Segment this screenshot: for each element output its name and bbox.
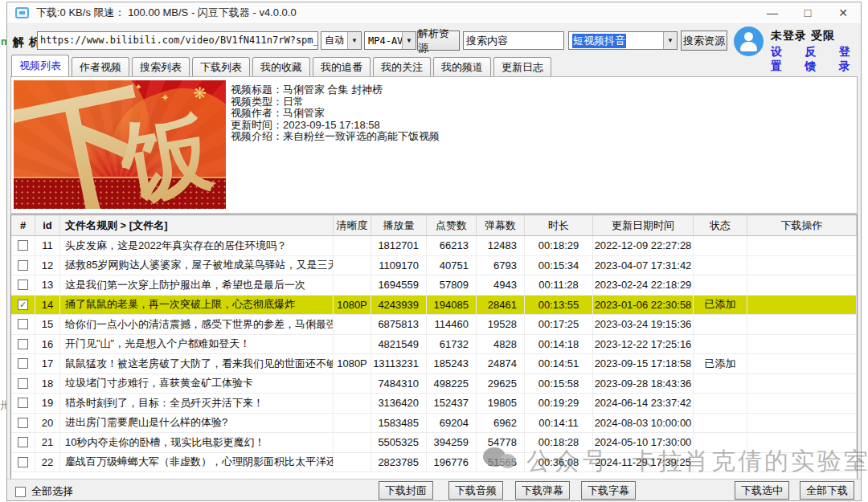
table-row[interactable]: 16开门见"山"，光是想入个户都难如登天！482154961732482800:…	[11, 335, 857, 355]
column-header-plays[interactable]: 播放量	[371, 215, 427, 235]
user-avatar[interactable]	[734, 27, 764, 56]
row-checkbox[interactable]	[18, 457, 28, 467]
maximize-button[interactable]: □	[790, 2, 825, 23]
tab-item[interactable]: 我的追番	[313, 57, 371, 76]
table-row[interactable]: 17鼠鼠猛攻！被这老房破了大防了，看来我们见的世面还不够!1080P131132…	[11, 354, 857, 374]
column-header-id[interactable]: id	[35, 215, 60, 235]
cell-name: 10秒内夺走你的卧槽，现实比电影更魔幻！	[60, 433, 334, 452]
table-row[interactable]: 13这是我们第一次穿上防护服出单，希望也是最后一次169455957809494…	[11, 275, 857, 296]
table-row[interactable]: 20进出房门需要爬山是什么样的体验?158348569204696200:14:…	[11, 414, 857, 434]
cell-danmaku: 6793	[477, 256, 525, 275]
tab-item[interactable]: 下载列表	[192, 57, 250, 76]
search-input[interactable]: 搜索内容	[463, 31, 564, 50]
cell-name: 给你们一点小小的清洁震撼，感受下世界的参差，马俐最强-	[60, 315, 334, 334]
login-links: 设置 反馈 登录	[771, 45, 861, 74]
settings-link[interactable]: 设置	[771, 45, 792, 74]
table-row[interactable]: 15给你们一点小小的清洁震撼，感受下世界的参差，马俐最强-68758131144…	[11, 315, 857, 335]
row-checkbox[interactable]	[18, 418, 28, 428]
cell-plays: 13113231	[371, 354, 427, 373]
cell-id: 20	[35, 414, 60, 433]
cell-updated: 2024-11-29 17:39:25	[593, 453, 694, 472]
cell-name: 拯救85岁网购达人婆婆家，屋子被堆成菜鸟驿站，又是三天	[60, 256, 334, 275]
row-checkbox[interactable]	[18, 260, 28, 271]
tab-item[interactable]: 作者视频	[72, 57, 129, 76]
row-checkbox-cell	[11, 414, 35, 433]
row-checkbox[interactable]	[18, 358, 28, 369]
tab-item[interactable]: 视频列表	[11, 55, 69, 76]
window-controls: — □ ✕	[755, 2, 861, 23]
table-row[interactable]: 18垃圾堵门寸步难行，喜获黄金矿工体验卡74843104982252962500…	[11, 374, 857, 394]
source-select[interactable]: 短视频抖音 ▼	[568, 31, 678, 50]
cell-status	[694, 453, 747, 472]
cell-duration: 00:11:28	[525, 275, 593, 295]
row-checkbox[interactable]	[18, 280, 28, 290]
tab-item[interactable]: 我的收藏	[252, 57, 310, 76]
download-danmaku-button[interactable]: 下载弹幕	[515, 481, 570, 500]
row-checkbox[interactable]	[18, 240, 28, 251]
cell-name: 头皮发麻，这是2022年真实存在的居住环境吗？	[60, 236, 334, 255]
format-select[interactable]: MP4-AVC ▼	[364, 31, 416, 50]
column-header-name[interactable]: 文件名规则 > [文件名]	[60, 215, 334, 235]
download-audio-button[interactable]: 下载音频	[448, 481, 503, 500]
column-header-duration[interactable]: 时长	[525, 215, 593, 235]
row-checkbox[interactable]: ✓	[18, 300, 28, 310]
cell-status	[694, 394, 747, 413]
column-header-danmaku[interactable]: 弹幕数	[477, 215, 525, 235]
table-row[interactable]: 2110秒内夺走你的卧槽，现实比电影更魔幻！550532539425954778…	[11, 433, 857, 453]
column-header-status[interactable]: 状态	[694, 215, 747, 235]
download-all-button[interactable]: 全部下载	[800, 481, 854, 500]
tab-item[interactable]: 我的关注	[373, 57, 431, 76]
cell-duration: 00:13:55	[525, 296, 593, 315]
table-row[interactable]: 22鏖战百万级蟑螂大军（非虚数），心理阴影面积比太平洋还:28237851967…	[11, 453, 857, 473]
tab-item[interactable]: 我的频道	[433, 57, 491, 76]
download-subtitle-button[interactable]: 下载字幕	[581, 481, 636, 500]
download-cover-button[interactable]: 下载封面	[379, 481, 433, 500]
table-row[interactable]: 12拯救85岁网购达人婆婆家，屋子被堆成菜鸟驿站，又是三天11091704075…	[11, 256, 857, 276]
row-checkbox[interactable]	[18, 398, 28, 408]
tab-item[interactable]: 搜索列表	[132, 57, 190, 76]
column-header-likes[interactable]: 点赞数	[427, 215, 477, 235]
cell-duration: 00:15:58	[525, 374, 593, 394]
cell-status	[694, 414, 747, 433]
chevron-down-icon[interactable]: ▼	[663, 32, 677, 49]
row-checkbox[interactable]	[18, 378, 28, 389]
cell-duration: 00:36:08	[525, 453, 593, 472]
chevron-down-icon[interactable]: ▼	[347, 32, 361, 49]
table-row[interactable]: 19猎杀时刻到了，目标：全员歼灭并活下来！3136420152437198050…	[11, 394, 857, 414]
mode-select[interactable]: 自动 ▼	[321, 31, 362, 50]
column-header-updated[interactable]: 更新日期时间	[593, 215, 694, 235]
column-header-quality[interactable]: 清晰度	[334, 215, 371, 235]
cell-id: 12	[35, 256, 60, 275]
column-header-action[interactable]: 下载操作	[747, 215, 857, 235]
select-all[interactable]: 全部选择	[15, 484, 73, 499]
table-row[interactable]: ✓14捅了鼠鼠的老巢，再一次突破上限，心态彻底爆炸1080P4243939194…	[11, 296, 857, 316]
cell-danmaku: 19528	[477, 315, 525, 334]
video-table: #id文件名规则 > [文件名]清晰度播放量点赞数弹幕数时长更新日期时间状态下载…	[10, 214, 858, 480]
row-checkbox[interactable]	[18, 319, 28, 329]
login-link[interactable]: 登录	[839, 45, 861, 74]
minimize-button[interactable]: —	[755, 2, 790, 23]
cell-id: 11	[35, 236, 60, 255]
search-resource-button[interactable]: 搜索资源	[681, 31, 727, 51]
url-input[interactable]: https://www.bilibili.com/video/BV1fN411n…	[37, 31, 318, 50]
cell-status: 已添加	[694, 354, 747, 373]
cell-action	[747, 374, 857, 394]
table-row[interactable]: 11头皮发麻，这是2022年真实存在的居住环境吗？181270166213124…	[11, 236, 857, 256]
parse-resource-button[interactable]: 解析资源	[417, 31, 460, 51]
select-all-checkbox[interactable]	[15, 487, 26, 497]
column-header-check[interactable]: #	[11, 215, 35, 235]
cell-plays: 1812701	[371, 236, 427, 255]
close-button[interactable]: ✕	[825, 2, 861, 23]
download-selected-button[interactable]: 下载选中	[735, 481, 789, 500]
cell-name: 猎杀时刻到了，目标：全员歼灭并活下来！	[60, 394, 334, 413]
row-checkbox[interactable]	[18, 437, 28, 447]
cell-status	[694, 275, 747, 295]
feedback-link[interactable]: 反馈	[805, 45, 826, 74]
cell-duration: 00:14:11	[525, 414, 593, 433]
chevron-down-icon[interactable]: ▼	[402, 32, 416, 49]
tab-item[interactable]: 更新日志	[493, 57, 551, 76]
mode-select-value: 自动	[321, 32, 347, 49]
row-checkbox[interactable]	[18, 339, 28, 349]
cell-plays: 6875813	[371, 315, 427, 334]
cell-id: 19	[35, 394, 60, 413]
